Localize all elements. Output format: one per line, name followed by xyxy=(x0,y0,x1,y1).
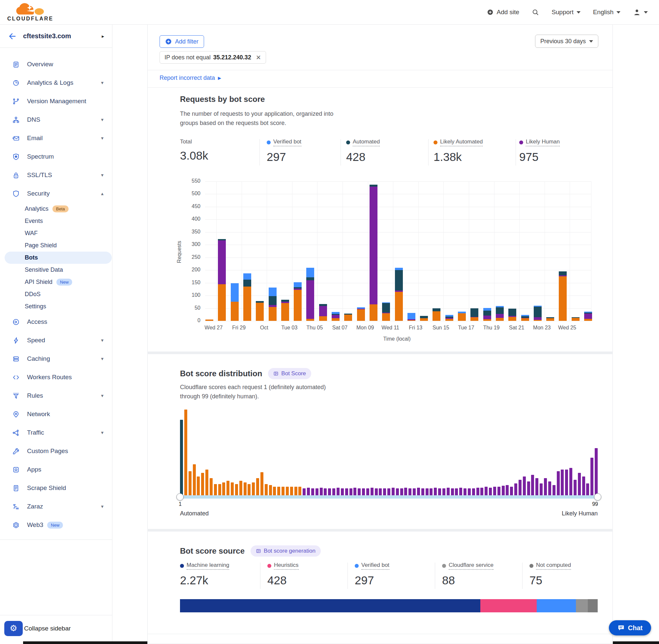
account-menu[interactable] xyxy=(633,8,648,16)
sidebar-item-sensitive-data[interactable]: Sensitive Data xyxy=(0,264,112,276)
score-slider-track[interactable] xyxy=(180,495,598,499)
source-bar-segment-verified-bot xyxy=(537,599,576,612)
sidebar-item-label: Analytics xyxy=(25,205,48,212)
sidebar-item-label: Spectrum xyxy=(27,153,54,160)
chevron-down-icon[interactable]: ▾ xyxy=(101,172,103,178)
sidebar-item-rules[interactable]: Rules▾ xyxy=(0,387,112,405)
histogram-bar-score-86 xyxy=(540,483,543,495)
sidebar-item-apps[interactable]: Apps xyxy=(0,460,112,479)
site-selector[interactable]: cftestsite3.com ▸ xyxy=(0,25,112,48)
bar-segment-likely-automated xyxy=(205,320,213,321)
slider-handle-min[interactable] xyxy=(176,493,184,501)
gridline xyxy=(519,181,520,321)
search-button[interactable] xyxy=(532,8,539,16)
chart-bar-thu-19 xyxy=(483,308,491,321)
sidebar-item-label: Overview xyxy=(27,61,53,68)
bar-segment-verified-bot xyxy=(231,283,239,302)
bar-segment-automated xyxy=(281,300,289,302)
chevron-down-icon[interactable]: ▾ xyxy=(101,117,103,123)
histogram-bar-score-99 xyxy=(595,448,598,495)
sidebar-item-network[interactable]: Network xyxy=(0,405,112,423)
add-site-button[interactable]: Add site xyxy=(487,8,519,16)
sidebar-item-overview[interactable]: Overview xyxy=(0,55,112,73)
sidebar-item-spectrum[interactable]: Spectrum xyxy=(0,147,112,166)
sidebar-item-analytics[interactable]: AnalyticsBeta xyxy=(0,203,112,215)
bot-score-generation-badge[interactable]: Bot score generation xyxy=(251,546,321,557)
sidebar-item-access[interactable]: Access xyxy=(0,313,112,331)
sidebar-item-web3[interactable]: Web3New xyxy=(0,516,112,534)
histogram-bar-score-36 xyxy=(328,488,331,495)
sidebar-item-zaraz[interactable]: Zaraz▾ xyxy=(0,497,112,516)
slider-handle-max[interactable] xyxy=(594,493,601,501)
chevron-down-icon[interactable]: ▾ xyxy=(101,80,103,86)
close-icon[interactable]: ✕ xyxy=(256,54,261,61)
chart-bar-sun-08 xyxy=(344,314,352,321)
add-filter-button[interactable]: Add filter xyxy=(160,35,204,48)
chat-button[interactable]: Chat xyxy=(609,620,651,636)
y-tick-label: 400 xyxy=(184,216,201,222)
sidebar-item-ssl-tls[interactable]: SSL/TLS▾ xyxy=(0,166,112,184)
chart-bar-sat-07 xyxy=(332,312,339,321)
support-menu[interactable]: Support xyxy=(551,8,581,16)
sidebar-item-label: Version Management xyxy=(27,98,86,105)
bar-segment-automated xyxy=(370,185,377,187)
chevron-down-icon[interactable]: ▾ xyxy=(101,135,103,141)
top-bar: CLOUDFLARE Add site Support English xyxy=(0,0,659,25)
chevron-down-icon[interactable]: ▾ xyxy=(101,356,103,362)
sidebar-item-speed[interactable]: Speed▾ xyxy=(0,331,112,349)
filter-chip[interactable]: IP does not equal 35.212.240.32 ✕ xyxy=(160,51,266,64)
chevron-down-icon[interactable]: ▾ xyxy=(101,504,103,509)
requests-card-title: Requests by bot score xyxy=(180,95,265,104)
sidebar-item-label: Sensitive Data xyxy=(25,267,63,273)
sidebar-item-api-shield[interactable]: API ShieldNew xyxy=(0,276,112,288)
collapse-sidebar[interactable]: ⚙ Collapse sidebar xyxy=(0,615,112,641)
histogram-bar-score-82 xyxy=(523,477,526,495)
network-icon xyxy=(12,410,20,418)
histogram-bar-score-16 xyxy=(244,482,246,495)
chevron-right-icon[interactable]: ▸ xyxy=(101,33,104,39)
y-tick-label: 350 xyxy=(184,229,201,235)
sidebar-item-workers-routes[interactable]: Workers Routes xyxy=(0,368,112,387)
sidebar-item-caching[interactable]: Caching▾ xyxy=(0,349,112,368)
histogram-bar-score-58 xyxy=(421,488,424,495)
analytics-icon xyxy=(12,79,20,87)
source-bar-segment-not-computed xyxy=(588,599,598,612)
report-incorrect-data-link[interactable]: Report incorrect data ▶ xyxy=(160,74,221,82)
sidebar-item-version-management[interactable]: Version Management xyxy=(0,92,112,111)
sidebar-item-bots[interactable]: Bots xyxy=(5,252,112,264)
chevron-down-icon[interactable]: ▾ xyxy=(101,393,103,399)
language-menu[interactable]: English xyxy=(593,8,620,16)
sidebar-item-ddos[interactable]: DDoS xyxy=(0,288,112,300)
chevron-down-icon[interactable]: ▾ xyxy=(101,337,103,343)
bar-segment-likely-human xyxy=(306,280,314,319)
sidebar-item-page-shield[interactable]: Page Shield xyxy=(0,239,112,252)
sidebar-item-waf[interactable]: WAF xyxy=(0,227,112,239)
sidebar-item-events[interactable]: Events xyxy=(0,215,112,227)
bar-segment-likely-automated xyxy=(420,318,428,321)
sidebar-item-label: Zaraz xyxy=(27,503,43,510)
sidebar-item-traffic[interactable]: Traffic▾ xyxy=(0,423,112,442)
sidebar-item-scrape-shield[interactable]: Scrape Shield xyxy=(0,479,112,497)
sidebar-item-label: Access xyxy=(27,318,47,325)
sidebar-item-security[interactable]: Security▴ xyxy=(0,184,112,203)
sidebar-item-email[interactable]: Email▾ xyxy=(0,129,112,147)
sidebar-item-label: Speed xyxy=(27,337,45,344)
sidebar-item-custom-pages[interactable]: Custom Pages xyxy=(0,442,112,460)
sidebar-item-settings[interactable]: Settings xyxy=(0,300,112,313)
stat-label: Cloudflare service xyxy=(449,562,494,570)
sidebar-item-dns[interactable]: DNS▾ xyxy=(0,111,112,129)
bar-segment-automated xyxy=(294,287,302,289)
back-arrow-icon[interactable] xyxy=(8,32,17,41)
date-range-select[interactable]: Previous 30 days xyxy=(535,34,598,48)
source-stat-cloudflare-service: Cloudflare service88 xyxy=(442,562,494,587)
sidebar-item-label: Security xyxy=(27,190,50,197)
bot-score-badge[interactable]: Bot Score xyxy=(268,368,311,379)
workers-icon xyxy=(12,373,20,381)
chevron-up-icon[interactable]: ▴ xyxy=(101,190,103,197)
sidebar-item-analytics-logs[interactable]: Analytics & Logs▾ xyxy=(0,73,112,92)
x-tick-label: Mon 09 xyxy=(350,325,380,331)
gear-icon[interactable]: ⚙ xyxy=(4,621,23,636)
stat-label: Verified bot xyxy=(273,138,301,146)
bar-segment-likely-human xyxy=(395,291,403,292)
chevron-down-icon[interactable]: ▾ xyxy=(101,430,103,436)
